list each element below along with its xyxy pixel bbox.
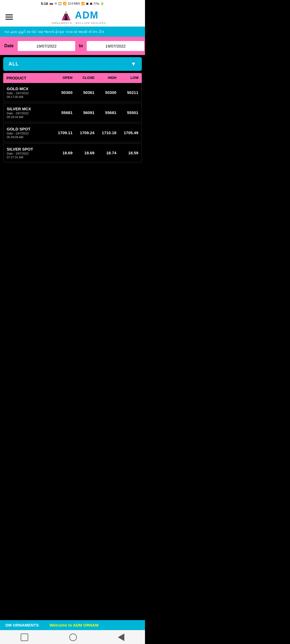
ticker-banner: કાર દ્વારા ડ્યુટી માં કોઈ પણ જાતનો ફેરફા… [0,27,145,37]
row-low: 55501 [116,110,138,115]
date-label: Date [4,43,15,48]
status-bar: 5:18 🇸🇰 ♃ 🌅 📶 12.0 KB/S 📶 ▣ ▣ 77% 🔋 [0,0,145,7]
col-high: HIGH [95,76,117,80]
row-high: 55681 [95,110,117,115]
ticker-text: કાર દ્વારા ડ્યુટી માં કોઈ પણ જાતનો ફેરફા… [0,30,108,34]
row-product: SILVER MCX Date - 19/7/2022 09:18:34 AM [7,107,50,119]
dropdown-selected: ALL [9,61,19,67]
col-low: LOW [117,76,139,80]
network-speed: 12.0 KB/S [68,2,80,5]
row-open: 1709.11 [50,130,73,135]
row-product: GOLD MCX Date - 19/7/2022 09:17:00 AM [7,86,50,98]
product-time: 09:18:34 AM [7,115,50,119]
table-row: GOLD SPOT Date - 19/7/2022 05:49:09 AM 1… [3,123,142,142]
row-product: SILVER SPOT Date - 19/7/2022 07:27:31 AM [7,147,50,159]
product-name: SILVER MCX [7,107,50,111]
logo-icon [59,9,73,21]
dropdown-container: ALL ▼ [0,55,145,73]
product-time: 07:27:31 AM [7,156,50,159]
search-bar: Date to Search [0,37,145,55]
status-icons: 🇸🇰 ♃ 🌅 📶 12.0 KB/S 📶 ▣ ▣ 77% 🔋 [49,2,104,5]
to-label: to [78,43,84,48]
product-name: SILVER SPOT [7,147,50,151]
from-date-input[interactable] [18,41,75,51]
product-date: Date - 19/7/2022 [7,92,50,95]
product-date: Date - 19/7/2022 [7,152,50,155]
sim2-icon: ▣ [90,2,92,5]
row-open: 50300 [50,90,73,95]
logo-main: ADM [59,9,99,21]
row-low: 18.59 [116,151,138,155]
product-time: 05:49:09 AM [7,136,50,139]
data-rows: GOLD MCX Date - 19/7/2022 09:17:00 AM 50… [3,83,142,162]
logo-container: ADM ORNAMENTS , BULLION DEALERS [17,9,141,24]
col-product: PRODUCT [6,76,50,80]
row-high: 50300 [95,90,117,95]
col-open: OPEN [50,76,73,80]
app-header: ADM ORNAMENTS , BULLION DEALERS [0,7,145,27]
row-open: 18.69 [50,151,73,155]
product-date: Date - 19/7/2022 [7,132,50,135]
row-high: 18.74 [95,151,117,155]
battery-text: 77% [93,2,99,5]
menu-button[interactable] [4,13,14,21]
product-date: Date - 19/7/2022 [7,112,50,115]
row-close: 18.69 [73,151,95,155]
row-close: 1709.24 [73,130,95,135]
sunrise-icon: 🌅 [58,2,62,5]
chevron-down-icon: ▼ [131,61,136,67]
row-close: 50361 [73,90,95,95]
zodiac-icon: ♃ [54,2,57,5]
row-low: 1705.49 [116,130,138,135]
app-name: ADM [75,10,99,20]
row-low: 50211 [116,90,138,95]
sim-icon: ▣ [86,2,89,5]
wifi-icon: 📶 [81,2,85,5]
product-time: 09:17:00 AM [7,95,50,98]
row-open: 55681 [50,110,73,115]
row-product: GOLD SPOT Date - 19/7/2022 05:49:09 AM [7,127,50,139]
flag-icon: 🇸🇰 [49,2,53,5]
signal-icon: 📶 [63,2,67,5]
table-row: SILVER MCX Date - 19/7/2022 09:18:34 AM … [3,103,142,122]
to-date-input[interactable] [87,41,144,51]
row-close: 56091 [73,110,95,115]
product-name: GOLD MCX [7,86,50,91]
product-name: GOLD SPOT [7,127,50,131]
category-dropdown[interactable]: ALL ▼ [3,57,142,71]
row-high: 1710.18 [95,130,117,135]
table-row: GOLD MCX Date - 19/7/2022 09:17:00 AM 50… [3,83,142,102]
status-time: 5:18 [41,2,48,6]
battery-icon: 🔋 [100,2,104,5]
table-row: SILVER SPOT Date - 19/7/2022 07:27:31 AM… [3,143,142,162]
col-close: CLOSE [73,76,95,80]
table-header: PRODUCT OPEN CLOSE HIGH LOW [3,73,142,83]
app-subtitle: ORNAMENTS , BULLION DEALERS [52,22,106,24]
